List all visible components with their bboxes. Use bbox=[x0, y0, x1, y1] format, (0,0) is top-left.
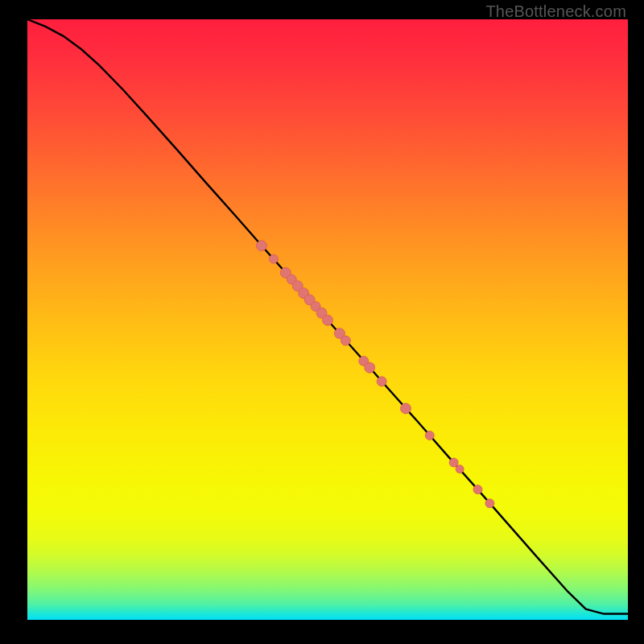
data-point bbox=[485, 499, 494, 508]
data-point bbox=[425, 431, 434, 440]
data-point bbox=[316, 308, 327, 318]
data-point bbox=[292, 281, 303, 291]
chart-svg bbox=[27, 19, 628, 620]
data-point bbox=[473, 485, 482, 494]
data-point bbox=[311, 302, 320, 312]
data-point bbox=[449, 458, 458, 467]
data-point bbox=[365, 362, 375, 373]
data-point bbox=[299, 288, 309, 299]
data-point bbox=[323, 315, 333, 325]
data-point bbox=[456, 465, 464, 473]
plot-area bbox=[27, 19, 628, 620]
data-point bbox=[341, 336, 350, 345]
data-point bbox=[280, 267, 291, 278]
data-point bbox=[287, 275, 296, 284]
data-point bbox=[269, 254, 278, 263]
data-point bbox=[377, 377, 386, 386]
data-point bbox=[256, 241, 266, 251]
chart-line bbox=[27, 19, 628, 614]
data-point bbox=[359, 356, 369, 365]
chart-markers bbox=[256, 241, 493, 508]
data-point bbox=[334, 328, 345, 339]
attribution-text: TheBottleneck.com bbox=[485, 2, 626, 21]
data-point bbox=[400, 403, 411, 414]
data-point bbox=[304, 295, 315, 305]
